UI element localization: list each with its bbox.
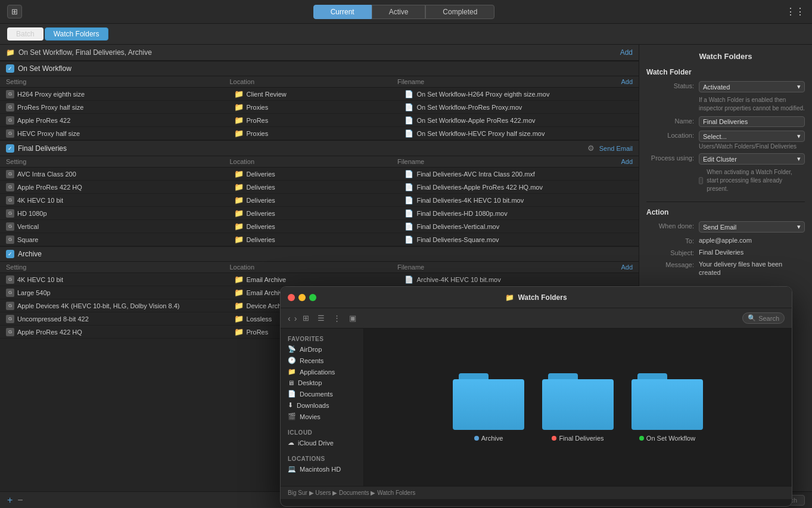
location-cell: 📁Proxies — [234, 129, 405, 138]
sidebar-item-airdrop[interactable]: 📡 AirDrop — [281, 343, 363, 355]
tab-active[interactable]: Active — [372, 5, 426, 19]
plus-icon[interactable]: + — [7, 495, 13, 506]
watch-folders-tab[interactable]: Watch Folders — [45, 27, 108, 41]
sidebar-item-macintosh[interactable]: 💻 Macintosh HD — [281, 463, 363, 475]
setting-cell: GUncompressed 8-bit 422 — [6, 315, 234, 323]
location-cell: 📁Client Review — [234, 89, 405, 98]
location-cell: 📁Deliveries — [234, 222, 405, 231]
grid-view-button[interactable]: ⊞ — [300, 312, 312, 324]
finder-title: 📁 Watch Folders — [505, 293, 567, 302]
on-set-workflow-section: ✓ On Set Workflow Setting Location Filen… — [0, 61, 639, 140]
forward-button[interactable]: › — [294, 314, 297, 323]
section-header-title: 📁 On Set Workflow, Final Deliveries, Arc… — [6, 48, 152, 57]
table-row: G4K HEVC 10 bit 📁Email Archive 📄Archive-… — [0, 273, 639, 286]
location-cell: 📁Deliveries — [234, 209, 405, 218]
sidebar-item-recents[interactable]: 🕐 Recents — [281, 355, 363, 366]
minus-icon[interactable]: − — [17, 495, 23, 506]
status-select[interactable]: Activated ▾ — [699, 81, 805, 92]
recents-label: Recents — [300, 357, 323, 364]
subject-value: Final Devileries — [699, 248, 805, 256]
sidebar-item-applications[interactable]: 📁 Applications — [281, 366, 363, 377]
file-icon: 📄 — [405, 170, 413, 178]
filename-cell: 📄On Set Workflow-H264 Proxy eighth size.… — [405, 90, 633, 98]
when-done-select[interactable]: Send Email ▾ — [699, 221, 805, 233]
batch-tab[interactable]: Batch — [7, 27, 43, 41]
filename-cell: 📄On Set Workflow-HEVC Proxy half size.mo… — [405, 129, 633, 138]
folder-icon: 📁 — [234, 222, 244, 231]
icloud-icon: ☁ — [288, 439, 294, 447]
sidebar-item-documents[interactable]: 📄 Documents — [281, 388, 363, 399]
close-button[interactable] — [288, 294, 295, 301]
desktop-icon: 🖥 — [288, 379, 294, 386]
icloud-title: iCloud — [281, 427, 363, 437]
watch-folder-section-title: Watch Folder — [646, 68, 805, 76]
setting-cell: G4K HEVC 10 bit — [6, 196, 234, 205]
maximize-button[interactable] — [309, 294, 316, 301]
dots-icon[interactable]: ⋮⋮ — [786, 6, 805, 17]
send-email-button[interactable]: Send Email — [599, 145, 633, 152]
setting-icon: G — [6, 90, 14, 98]
location-select[interactable]: Select... ▾ — [699, 131, 805, 142]
final-deliveries-dot — [552, 436, 556, 441]
col-filename-1: Filename — [397, 78, 621, 85]
back-button[interactable]: ‹ — [288, 314, 291, 323]
table-row: GHD 1080p 📁Deliveries 📄Final Deliveries-… — [0, 207, 639, 220]
movies-icon: 🎬 — [288, 413, 296, 420]
tab-current[interactable]: Current — [313, 5, 372, 19]
titlebar-right: ⋮⋮ — [786, 6, 805, 17]
search-box[interactable]: 🔍 Search — [742, 312, 785, 324]
setting-text: Apple ProRes 422 — [17, 117, 70, 124]
top-add-button[interactable]: Add — [620, 48, 633, 57]
file-icon: 📄 — [405, 196, 413, 205]
setting-icon: G — [6, 289, 14, 297]
activate-checkbox[interactable] — [699, 177, 703, 184]
sidebar-toggle-button[interactable]: ⊞ — [7, 5, 22, 18]
final-deliveries-folder[interactable]: Final Deliveries — [542, 373, 614, 442]
on-set-workflow-folder-label: On Set Workflow — [639, 435, 695, 442]
folder-icon: 📁 — [234, 129, 244, 138]
col-add-2[interactable]: Add — [621, 158, 633, 165]
column-view-button[interactable]: ⋮ — [331, 312, 343, 324]
process-select[interactable]: Edit Cluster ▾ — [699, 153, 805, 165]
col-setting-1: Setting — [6, 78, 229, 85]
list-view-button[interactable]: ☰ — [315, 312, 327, 324]
when-done-label: When done: — [646, 221, 694, 230]
on-set-workflow-folder[interactable]: On Set Workflow — [631, 373, 703, 442]
on-set-workflow-header: ✓ On Set Workflow — [0, 61, 639, 76]
name-input[interactable] — [699, 116, 805, 127]
file-icon: 📄 — [405, 183, 413, 191]
subject-row: Subject: Final Devileries — [646, 248, 805, 256]
final-deliveries-checkbox[interactable]: ✓ — [6, 144, 14, 153]
gallery-view-button[interactable]: ▣ — [347, 312, 359, 324]
macintosh-label: Macintosh HD — [300, 466, 341, 473]
archive-folder[interactable]: Archive — [453, 373, 524, 442]
tab-completed[interactable]: Completed — [425, 5, 494, 19]
process-row: Process using: Edit Cluster ▾ — [646, 153, 805, 165]
setting-icon: G — [6, 170, 14, 178]
to-value: apple@apple.com — [699, 236, 805, 244]
on-set-workflow-checkbox[interactable]: ✓ — [6, 64, 14, 73]
col-add-1[interactable]: Add — [621, 78, 633, 85]
setting-cell: GApple ProRes 422 HQ — [6, 183, 234, 191]
sidebar-item-downloads[interactable]: ⬇ Downloads — [281, 399, 363, 411]
setting-icon: G — [6, 209, 14, 218]
table-row: GApple ProRes 422 📁ProRes 📄On Set Workfl… — [0, 114, 639, 127]
sidebar-item-movies[interactable]: 🎬 Movies — [281, 411, 363, 422]
folder-icon: 📁 — [234, 182, 244, 191]
sidebar-item-icloud[interactable]: ☁ iCloud Drive — [281, 437, 363, 448]
folder-icon: 📁 — [234, 89, 244, 98]
file-icon: 📄 — [405, 103, 413, 111]
col-add-3[interactable]: Add — [621, 264, 633, 271]
tab-group: Current Active Completed — [313, 5, 495, 19]
when-done-row: When done: Send Email ▾ — [646, 221, 805, 233]
minimize-button[interactable] — [298, 294, 306, 301]
archive-checkbox[interactable]: ✓ — [6, 250, 14, 258]
sidebar-item-desktop[interactable]: 🖥 Desktop — [281, 377, 363, 388]
gear-button[interactable]: ⚙ — [587, 144, 595, 153]
process-label: Process using: — [646, 153, 694, 162]
filename-cell: 📄On Set Workflow-Apple ProRes 422.mov — [405, 116, 633, 125]
finder-sidebar: Favorites 📡 AirDrop 🕐 Recents 📁 Applicat… — [281, 329, 364, 486]
setting-cell: GApple ProRes 422 HQ — [6, 328, 234, 336]
location-label: Location: — [646, 131, 694, 139]
on-set-workflow-label: On Set Workflow — [18, 64, 71, 73]
